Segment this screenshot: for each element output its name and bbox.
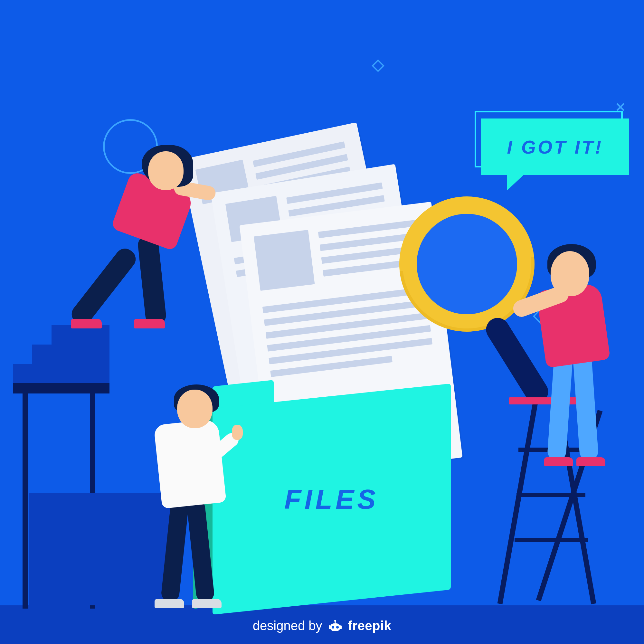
person-pointing-illustration xyxy=(135,386,245,612)
svg-point-4 xyxy=(336,626,339,629)
person-magnifying-illustration xyxy=(496,225,618,470)
svg-rect-1 xyxy=(335,621,336,623)
speech-text: I GOT IT! xyxy=(507,136,603,158)
attribution-brand: freepik xyxy=(348,619,392,633)
robot-icon xyxy=(328,619,342,633)
svg-rect-5 xyxy=(329,625,330,629)
speech-bubble: I GOT IT! xyxy=(481,118,629,175)
svg-rect-2 xyxy=(330,623,340,631)
person-pushing-illustration xyxy=(81,138,216,338)
svg-rect-6 xyxy=(340,625,342,629)
folder-label: FILES xyxy=(284,483,379,515)
attribution: designed by freepik xyxy=(0,619,644,633)
diamond-icon xyxy=(372,59,384,72)
svg-point-3 xyxy=(332,626,334,629)
attribution-prefix: designed by xyxy=(253,619,322,633)
